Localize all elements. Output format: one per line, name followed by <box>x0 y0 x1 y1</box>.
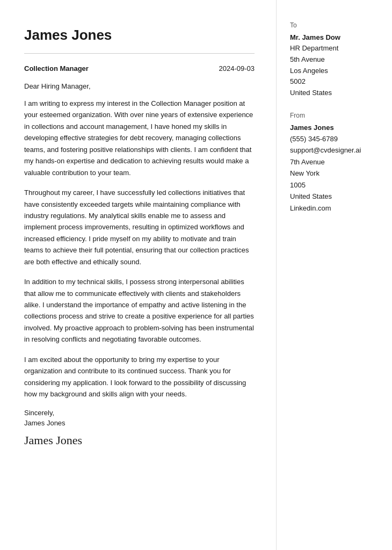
closing: Sincerely, <box>24 409 255 417</box>
recipient-city: Los Angeles <box>290 66 379 77</box>
main-content: James Jones Collection Manager 2024-09-0… <box>0 0 277 550</box>
from-label: From <box>290 112 379 119</box>
from-name: James Jones <box>290 124 379 132</box>
recipient-name: Mr. James Dow <box>290 33 379 41</box>
recipient-department: HR Department <box>290 43 379 54</box>
sidebar: To Mr. James Dow HR Department 5th Avenu… <box>277 0 392 550</box>
divider <box>24 53 255 54</box>
from-email: support@cvdesigner.ai <box>290 144 379 156</box>
recipient-country: United States <box>290 88 379 99</box>
from-country: United States <box>290 191 379 202</box>
from-linkedin: Linkedin.com <box>290 202 379 214</box>
letter-meta: Collection Manager 2024-09-03 <box>24 64 255 73</box>
paragraph-3: In addition to my technical skills, I po… <box>24 276 255 345</box>
letter-date: 2024-09-03 <box>219 64 255 73</box>
from-phone: (555) 345-6789 <box>290 133 379 144</box>
paragraph-1: I am writing to express my interest in t… <box>24 98 255 178</box>
closing-name: James Jones <box>24 419 255 427</box>
recipient-section: To Mr. James Dow HR Department 5th Avenu… <box>290 21 379 99</box>
recipient-street: 5th Avenue <box>290 54 379 66</box>
from-city: New York <box>290 168 379 179</box>
from-section: From James Jones (555) 345-6789 support@… <box>290 112 379 214</box>
signature: James Jones <box>24 433 255 447</box>
from-zip: 1005 <box>290 179 379 191</box>
job-title: Collection Manager <box>24 64 89 73</box>
paragraph-2: Throughout my career, I have successfull… <box>24 187 255 267</box>
sender-name: James Jones <box>24 27 255 44</box>
to-label: To <box>290 21 379 29</box>
salutation: Dear Hiring Manager, <box>24 82 255 90</box>
page: James Jones Collection Manager 2024-09-0… <box>0 0 392 550</box>
from-street: 7th Avenue <box>290 156 379 168</box>
paragraph-4: I am excited about the opportunity to br… <box>24 354 255 400</box>
recipient-zip: 5002 <box>290 76 379 88</box>
